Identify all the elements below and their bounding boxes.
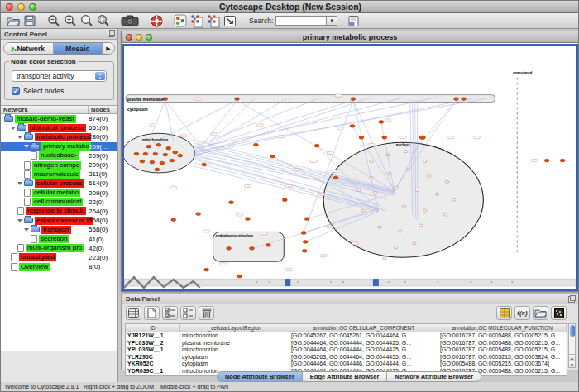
search-dropdown-arrow[interactable]: ▼ [327,16,337,26]
gene-node[interactable] [156,143,161,146]
gene-node[interactable] [150,160,155,164]
table-row[interactable]: YPL036W__2plasma membrane[GO:0044464, GO… [126,340,567,347]
gene-node[interactable] [382,136,387,139]
tree-row[interactable]: transport558(0) [1,225,117,234]
network-label[interactable]: cellular metabo [32,189,80,197]
plasma-membrane-region[interactable] [126,95,495,103]
nucleus-node[interactable] [374,191,377,194]
tree-row[interactable]: cellular process614(0) [1,179,117,188]
gene-node[interactable] [153,152,158,155]
network-edge[interactable] [195,98,438,149]
column-header[interactable]: annotation.GO MOLECULAR_FUNCTION [438,324,567,332]
gene-node[interactable] [379,120,384,123]
gene-node[interactable] [134,152,139,155]
gene-node[interactable] [202,163,207,166]
select-nodes-checkbox[interactable]: ✓ [12,87,20,95]
tab-overflow-arrow[interactable]: ▶ [103,43,114,54]
nucleus-node[interactable] [399,230,402,232]
select-attributes-button[interactable] [162,306,178,320]
save-session-button[interactable] [22,14,38,28]
nucleus-node[interactable] [357,189,361,191]
gene-node[interactable] [333,176,338,179]
network-edge[interactable] [195,98,290,154]
snapshot-button[interactable] [119,14,141,28]
tree-row[interactable]: biological_process651(0) [1,123,117,132]
data-panel-float-icon[interactable] [568,296,575,303]
import-attributes-button[interactable] [533,306,548,320]
delete-attribute-button[interactable] [199,306,214,320]
gene-node[interactable] [246,218,251,221]
gene-node[interactable] [254,143,259,146]
network-edge[interactable] [153,101,237,144]
gene-node[interactable] [266,243,270,246]
gene-node[interactable] [229,201,234,204]
network-edge[interactable] [195,98,371,157]
nucleus-node[interactable] [388,172,391,174]
tree-row[interactable]: cell communicat22(0) [1,198,117,207]
vizmapper-button[interactable] [172,14,189,28]
gene-node[interactable] [301,232,306,235]
gene-node[interactable] [171,218,176,222]
network-label[interactable]: metabolic process [35,133,91,141]
gene-node[interactable] [419,136,425,140]
scroll-up-arrow[interactable]: ▲ [569,354,575,361]
tab-mosaic[interactable]: Mosaic [54,43,103,54]
network-edge[interactable] [413,101,457,154]
gene-node[interactable] [196,213,201,216]
gene-node[interactable] [359,136,364,139]
tree-row[interactable]: Overview8(0) [1,262,117,271]
gene-node[interactable] [204,268,209,271]
tree-column-network[interactable]: Network [1,106,89,113]
gene-node[interactable] [250,246,255,250]
tree-row[interactable]: response to stimulu264(0) [1,207,117,216]
nucleus-node[interactable] [370,176,373,179]
nucleus-node[interactable] [361,209,365,212]
table-row[interactable]: YLR295Ccytoplasm[GO:0045263, GO:0044464,… [126,354,567,361]
nucleus-node[interactable] [416,189,419,191]
tree-column-nodes[interactable]: Nodes [89,106,117,113]
gene-node[interactable] [560,159,565,162]
gene-node[interactable] [170,159,175,162]
network-label[interactable]: establishment of lo [35,217,93,225]
nucleus-node[interactable] [443,213,447,216]
attribute-matrix-button[interactable] [126,306,141,320]
nucleus-node[interactable] [435,193,438,195]
network-label[interactable]: transport [41,226,71,234]
gene-node[interactable] [350,124,355,127]
table-row[interactable]: YPL036W__1mitochondrion[GO:0044464, GO:0… [126,347,567,354]
gene-node[interactable] [178,154,183,157]
gene-node[interactable] [282,198,287,202]
column-header[interactable]: ID [126,324,180,332]
tree-row[interactable]: macromolecule311(0) [1,170,117,179]
gene-node[interactable] [314,144,319,147]
open-session-button[interactable] [5,14,22,28]
zoom-selected-button[interactable] [95,14,112,28]
network-label[interactable]: biological_process [28,124,86,132]
gene-node[interactable] [140,160,145,163]
gene-node[interactable] [270,155,275,158]
nucleus-node[interactable] [378,226,381,228]
new-attribute-button[interactable] [144,306,160,320]
node-color-combo[interactable]: transporter activity ▲▼ [12,70,107,82]
tree-row[interactable]: mosaic-demo-yeast874(0) [1,114,117,123]
disclosure-triangle-icon[interactable] [17,219,22,222]
function-builder-button[interactable]: f(x) [514,306,530,320]
scrollbar-thumb[interactable] [570,325,575,337]
network-label[interactable]: nucleobase- [39,151,79,160]
zoom-out-button[interactable] [45,14,62,28]
gene-node[interactable] [166,146,171,150]
tab-network[interactable]: Network [4,43,54,54]
browser-tab[interactable]: Node Attribute Browser [217,371,302,382]
nucleus-node[interactable] [395,246,398,249]
nucleus-node[interactable] [382,208,385,210]
network-label[interactable]: Overview [19,263,50,271]
network-label[interactable]: multi-organism pro [26,244,84,252]
gene-node[interactable] [462,98,467,101]
gene-node[interactable] [235,98,240,101]
nucleus-node[interactable] [427,174,430,177]
nucleus-node[interactable] [404,151,408,153]
network-label[interactable]: unassigned [19,253,56,261]
nucleus-node[interactable] [383,257,386,260]
search-input[interactable] [275,16,327,26]
network-label[interactable]: response to stimulu [26,207,86,215]
